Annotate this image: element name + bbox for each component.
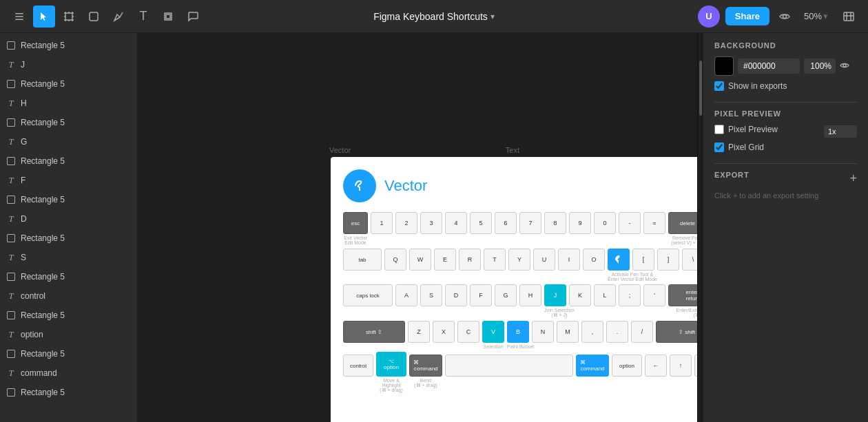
opacity-input[interactable] xyxy=(804,59,836,74)
color-swatch[interactable] xyxy=(714,56,734,76)
text-icon: T xyxy=(6,98,17,109)
list-item[interactable]: T F xyxy=(0,171,137,190)
text-icon: T xyxy=(6,175,17,186)
toolbar: T Figma Keyboard Shortcuts ▾ U Share xyxy=(0,0,868,33)
divider-2 xyxy=(714,163,857,164)
text-icon: T xyxy=(6,59,17,70)
canvas-label-text: Text xyxy=(500,143,525,157)
list-item[interactable]: T D xyxy=(0,209,137,229)
pixel-preview-checkbox[interactable] xyxy=(714,125,724,134)
pixel-preview-section: PIXEL PREVIEW Pixel Preview Pixel Grid xyxy=(714,109,857,152)
list-item[interactable]: Rectangle 5 xyxy=(0,383,137,402)
svg-point-25 xyxy=(843,64,846,67)
show-in-exports-checkbox[interactable] xyxy=(714,81,724,91)
export-section: EXPORT + Click + to add an export settin… xyxy=(714,171,857,200)
avatar: U xyxy=(698,6,720,28)
svg-rect-20 xyxy=(844,12,854,21)
text-tool-button[interactable]: T xyxy=(132,6,154,28)
right-panel: BACKGROUND Show in exports PIXEL P xyxy=(703,33,868,422)
list-item[interactable]: Rectangle 5 xyxy=(0,267,137,286)
frame-icon xyxy=(343,169,376,202)
svg-rect-3 xyxy=(65,13,72,20)
text-icon: T xyxy=(6,213,17,224)
pixel-grid-row: Pixel Grid xyxy=(714,143,857,152)
zoom-chevron-icon: ▾ xyxy=(823,11,828,21)
pixel-scale-input[interactable] xyxy=(824,125,857,138)
scroll-track xyxy=(697,33,703,422)
keyboard-diagram: Vector esc 1 2 3 4 5 6 7 8 9 0 - = xyxy=(343,169,697,420)
list-item[interactable]: T S xyxy=(0,248,137,267)
rect-icon xyxy=(6,310,17,321)
rect-icon xyxy=(6,233,17,244)
text-icon: T xyxy=(6,368,17,379)
list-item[interactable]: T J xyxy=(0,55,137,74)
list-item[interactable]: T H xyxy=(0,94,137,113)
list-item[interactable]: T command xyxy=(0,363,137,383)
toolbar-right: U Share 50% ▾ xyxy=(698,6,860,28)
rect-icon xyxy=(6,271,17,282)
component-button[interactable] xyxy=(157,6,179,28)
zoom-value: 50% xyxy=(804,11,822,21)
background-title: BACKGROUND xyxy=(714,41,857,50)
list-item[interactable]: Rectangle 5 xyxy=(0,229,137,248)
color-input[interactable] xyxy=(738,59,800,74)
file-title[interactable]: Figma Keyboard Shortcuts ▾ xyxy=(373,11,495,22)
list-item[interactable]: Rectangle 5 xyxy=(0,344,137,363)
show-in-exports-label: Show in exports xyxy=(728,81,787,91)
rect-icon xyxy=(6,194,17,205)
menu-button[interactable] xyxy=(8,6,30,28)
comment-button[interactable] xyxy=(182,6,204,28)
rect-icon xyxy=(6,156,17,167)
text-icon: T xyxy=(6,291,17,302)
shape-tool-button[interactable] xyxy=(83,6,105,28)
svg-rect-0 xyxy=(15,13,23,14)
pixel-preview-title: PIXEL PREVIEW xyxy=(714,109,857,118)
pixel-preview-row: Pixel Preview xyxy=(714,125,857,138)
share-button[interactable]: Share xyxy=(725,7,769,25)
show-in-exports-row: Show in exports xyxy=(714,81,857,91)
list-item[interactable]: Rectangle 5 xyxy=(0,113,137,132)
svg-rect-18 xyxy=(166,14,170,19)
rect-icon xyxy=(6,348,17,359)
list-item[interactable]: Rectangle 5 xyxy=(0,190,137,209)
list-item[interactable]: Rectangle 5 xyxy=(0,74,137,94)
background-section: BACKGROUND Show in exports xyxy=(714,41,857,91)
frame-tool-button[interactable] xyxy=(58,6,80,28)
divider xyxy=(714,102,857,103)
visibility-toggle[interactable] xyxy=(840,61,849,72)
pixel-grid-label: Pixel Grid xyxy=(728,143,764,152)
rect-icon xyxy=(6,40,17,51)
rect-icon xyxy=(6,117,17,128)
zoom-control[interactable]: 50% ▾ xyxy=(800,8,832,24)
canvas-frame[interactable]: Vector esc 1 2 3 4 5 6 7 8 9 0 - = xyxy=(331,157,697,422)
frame-title: Vector xyxy=(384,177,427,195)
add-export-button[interactable]: + xyxy=(849,171,857,186)
pixel-preview-checkbox-row: Pixel Preview xyxy=(714,125,778,134)
list-item[interactable]: T G xyxy=(0,132,137,151)
list-item[interactable]: T control xyxy=(0,286,137,306)
list-item[interactable]: T option xyxy=(0,325,137,344)
rect-icon xyxy=(6,78,17,89)
color-row xyxy=(714,56,857,76)
text-icon: T xyxy=(6,252,17,263)
canvas-area[interactable]: Vector Text ▶ Vector xyxy=(138,33,697,422)
toolbar-center: Figma Keyboard Shortcuts ▾ xyxy=(373,11,495,22)
title-chevron-icon: ▾ xyxy=(490,12,495,21)
move-tool-button[interactable] xyxy=(33,6,55,28)
export-title: EXPORT xyxy=(714,171,750,179)
svg-rect-2 xyxy=(15,19,23,20)
svg-rect-16 xyxy=(90,12,98,21)
list-item[interactable]: Rectangle 5 xyxy=(0,36,137,55)
pixel-preview-label: Pixel Preview xyxy=(728,125,778,134)
file-title-text: Figma Keyboard Shortcuts xyxy=(373,11,488,22)
main-area: Rectangle 5 T J Rectangle 5 T H Rectangl… xyxy=(0,33,868,422)
svg-rect-1 xyxy=(15,16,23,17)
scroll-thumb[interactable] xyxy=(699,61,702,116)
preview-button[interactable] xyxy=(775,8,794,25)
layers-panel: Rectangle 5 T J Rectangle 5 T H Rectangl… xyxy=(0,33,138,422)
multiplayer-button[interactable] xyxy=(838,6,860,28)
list-item[interactable]: Rectangle 5 xyxy=(0,306,137,325)
pixel-grid-checkbox[interactable] xyxy=(714,143,724,152)
list-item[interactable]: Rectangle 5 xyxy=(0,151,137,171)
pen-tool-button[interactable] xyxy=(107,6,130,28)
